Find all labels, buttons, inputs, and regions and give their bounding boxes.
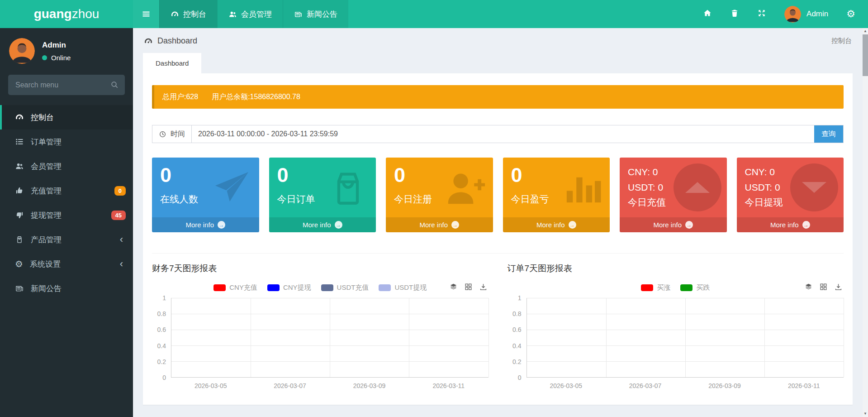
- navbar-right: Admin ⚙: [703, 0, 868, 28]
- y-tick-label: 0.6: [512, 326, 521, 333]
- download-icon[interactable]: [834, 283, 843, 293]
- tiled-icon[interactable]: [464, 283, 473, 293]
- arrow-right-icon: →: [451, 221, 459, 229]
- tab-dashboard[interactable]: Dashboard: [143, 53, 201, 73]
- y-tick-label: 0.8: [512, 310, 521, 317]
- x-axis: 2026-03-052026-03-072026-03-092026-03-11: [526, 382, 844, 389]
- stack-icon[interactable]: [449, 283, 458, 293]
- info-box: 0今日注册More info→: [386, 158, 493, 232]
- home-icon[interactable]: [703, 9, 712, 19]
- total-users-text: 总用户:628: [162, 92, 198, 102]
- users-icon: [228, 10, 237, 19]
- chart: 订单7天图形报表买涨买跌10.80.60.40.202026-03-052026…: [508, 263, 844, 389]
- legend-swatch: [267, 284, 280, 291]
- stack-icon[interactable]: [804, 283, 813, 293]
- info-box: 0在线人数More info→: [152, 158, 259, 232]
- chart: 财务7天图形报表CNY充值CNY提现USDT充值USDT提现10.80.60.4…: [152, 263, 489, 389]
- gauge-icon: [171, 10, 179, 19]
- trash-icon[interactable]: [730, 9, 739, 19]
- scroll-up-arrow-icon[interactable]: ▲: [863, 28, 867, 34]
- sidebar-item[interactable]: ⚙系统设置‹: [0, 252, 133, 276]
- time-filter-label: 时间: [152, 125, 192, 143]
- legend-item[interactable]: 买涨: [641, 283, 670, 292]
- sidebar-item[interactable]: 订单管理: [0, 129, 133, 154]
- tiled-icon[interactable]: [819, 283, 828, 293]
- legend-swatch: [321, 284, 333, 291]
- circle-down-icon: [790, 163, 838, 211]
- more-info-link[interactable]: More info→: [386, 217, 493, 232]
- sidebar-item[interactable]: 充值管理0: [0, 178, 133, 203]
- navbar-user-menu[interactable]: Admin: [784, 6, 828, 23]
- time-filter: 时间 查询: [152, 125, 844, 143]
- avatar: [784, 6, 801, 23]
- scrollbar-thumb[interactable]: [863, 34, 868, 76]
- sidebar-item[interactable]: 会员管理: [0, 154, 133, 178]
- sidebar-item[interactable]: 提现管理45: [0, 203, 133, 227]
- gauge-icon: [15, 113, 24, 122]
- navbar-tab[interactable]: 新闻公告: [283, 0, 348, 28]
- chart-title: 财务7天图形报表: [152, 263, 489, 274]
- chart-legend: 买涨买跌: [641, 283, 710, 292]
- expand-icon[interactable]: [757, 9, 766, 19]
- y-axis: 10.80.60.40.20: [152, 298, 171, 378]
- brand-logo[interactable]: guangzhou: [0, 0, 133, 28]
- legend-label: USDT充值: [337, 283, 369, 292]
- more-info-link[interactable]: More info→: [620, 217, 727, 232]
- sidebar-item[interactable]: 新闻公告: [0, 276, 133, 301]
- legend-swatch: [641, 284, 653, 291]
- sidebar-item[interactable]: 产品管理‹: [0, 227, 133, 252]
- y-tick-label: 0.6: [157, 326, 166, 333]
- newspaper-icon: [15, 284, 24, 293]
- search-input[interactable]: [8, 75, 125, 95]
- vertical-scrollbar[interactable]: ▲ ▼: [863, 28, 868, 417]
- x-tick-label: 2026-03-09: [330, 382, 409, 389]
- arrow-right-icon: →: [802, 221, 810, 229]
- chevron-left-icon: ‹: [120, 259, 126, 269]
- query-button[interactable]: 查询: [814, 125, 843, 143]
- more-info-link[interactable]: More info→: [269, 217, 376, 232]
- time-range-input[interactable]: [192, 125, 814, 143]
- chart-toolbox: [804, 283, 843, 293]
- stats-banner: 总用户:628 用户总余额:1586826800.78: [152, 85, 844, 109]
- navbar-user-name: Admin: [806, 10, 828, 19]
- x-tick-label: 2026-03-11: [409, 382, 488, 389]
- x-tick-label: 2026-03-09: [685, 382, 764, 389]
- online-dot-icon: [42, 55, 47, 60]
- breadcrumb[interactable]: 控制台: [831, 37, 852, 45]
- legend-item[interactable]: USDT充值: [321, 283, 369, 292]
- legend-item[interactable]: USDT提现: [379, 283, 427, 292]
- info-box: 0今日订单More info→: [269, 158, 376, 232]
- sidebar-user-panel: Admin Online: [0, 28, 133, 70]
- download-icon[interactable]: [479, 283, 488, 293]
- sidebar-item-label: 新闻公告: [31, 283, 126, 294]
- legend-item[interactable]: CNY充值: [213, 283, 257, 292]
- gears-icon[interactable]: ⚙: [846, 9, 855, 19]
- more-info-link[interactable]: More info→: [152, 217, 259, 232]
- user-plus-icon: [444, 167, 487, 210]
- sidebar-item[interactable]: 控制台: [0, 105, 133, 129]
- more-info-link[interactable]: More info→: [737, 217, 844, 232]
- brand-bold: guang: [34, 7, 72, 21]
- navbar-tab[interactable]: 会员管理: [217, 0, 283, 28]
- legend-item[interactable]: CNY提现: [267, 283, 311, 292]
- x-axis: 2026-03-052026-03-072026-03-092026-03-11: [171, 382, 489, 389]
- search-icon[interactable]: [110, 80, 119, 89]
- info-box: CNY: 0USDT: 0今日充值More info→: [620, 158, 727, 232]
- content-panel: 总用户:628 用户总余额:1586826800.78 时间 查询 0在线人数M…: [143, 73, 853, 405]
- sidebar-user-status[interactable]: Online: [42, 54, 71, 62]
- scroll-down-arrow-icon[interactable]: ▼: [863, 411, 867, 417]
- count-badge: 0: [114, 186, 126, 196]
- y-tick-label: 0.2: [512, 358, 521, 365]
- navbar-tab-label: 会员管理: [241, 9, 272, 19]
- y-tick-label: 0.2: [157, 358, 166, 365]
- users-icon: [15, 162, 24, 171]
- y-tick-label: 1: [518, 294, 522, 302]
- chart-legend: CNY充值CNY提现USDT充值USDT提现: [213, 283, 427, 292]
- navbar-tab-label: 控制台: [183, 9, 206, 19]
- sidebar-item-label: 充值管理: [31, 186, 108, 196]
- sidebar-toggle-button[interactable]: [133, 0, 159, 28]
- navbar-tab[interactable]: 控制台: [159, 0, 217, 28]
- paper-plane-icon: [210, 167, 253, 210]
- more-info-link[interactable]: More info→: [503, 217, 610, 232]
- legend-item[interactable]: 买跌: [680, 283, 710, 292]
